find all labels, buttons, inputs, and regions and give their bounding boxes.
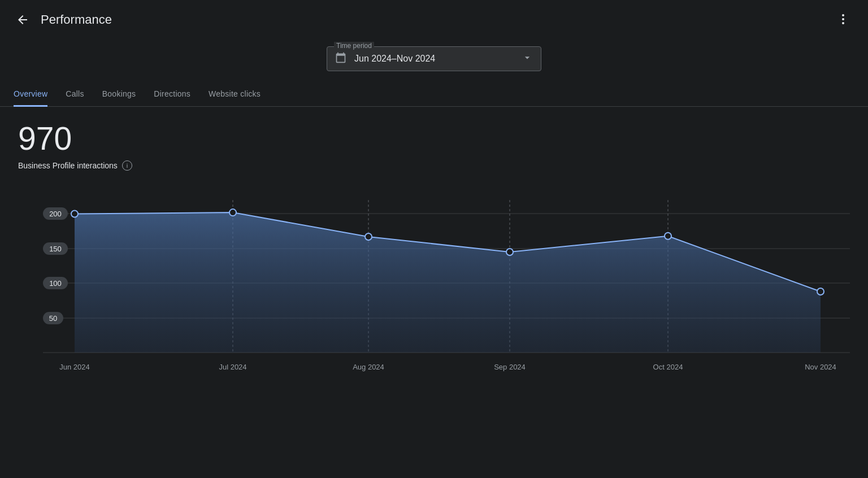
x-axis-labels: Jun 2024 Jul 2024 Aug 2024 Sep 2024 Oct … xyxy=(59,363,836,371)
data-point-sep xyxy=(506,249,513,255)
metric-label-row: Business Profile interactions i xyxy=(18,160,850,171)
svg-text:Aug 2024: Aug 2024 xyxy=(353,363,384,371)
metric-value: 970 xyxy=(18,123,850,155)
svg-point-2 xyxy=(842,22,844,24)
chart-area xyxy=(75,212,821,353)
tab-overview[interactable]: Overview xyxy=(14,82,47,107)
time-period-label: Time period xyxy=(334,42,374,50)
main-content: 970 Business Profile interactions i xyxy=(0,107,868,390)
svg-text:Jun 2024: Jun 2024 xyxy=(59,363,90,371)
tab-bookings[interactable]: Bookings xyxy=(102,82,136,107)
svg-point-1 xyxy=(842,18,844,20)
calendar-icon xyxy=(335,52,346,66)
data-point-nov xyxy=(817,288,824,295)
chart-container: 200 150 100 50 xyxy=(18,189,850,381)
tab-directions[interactable]: Directions xyxy=(154,82,190,107)
dropdown-arrow-icon xyxy=(522,52,533,66)
svg-text:Sep 2024: Sep 2024 xyxy=(494,363,526,371)
svg-point-0 xyxy=(842,14,844,16)
tab-website-clicks[interactable]: Website clicks xyxy=(209,82,261,107)
header-left: Performance xyxy=(14,11,112,29)
page-title: Performance xyxy=(41,12,112,27)
more-options-button[interactable] xyxy=(832,8,854,32)
back-button[interactable] xyxy=(14,11,32,29)
svg-text:100: 100 xyxy=(49,279,62,288)
svg-text:200: 200 xyxy=(49,210,62,218)
svg-text:150: 150 xyxy=(49,245,62,253)
y-axis-labels: 200 150 100 50 xyxy=(43,207,68,324)
data-point-oct xyxy=(665,233,671,240)
svg-text:Jul 2024: Jul 2024 xyxy=(219,363,246,371)
data-point-jun xyxy=(71,211,78,218)
header: Performance xyxy=(0,0,868,40)
svg-text:50: 50 xyxy=(49,314,57,323)
data-point-aug xyxy=(365,233,372,240)
tabs-bar: Overview Calls Bookings Directions Websi… xyxy=(0,82,868,107)
time-period-value: Jun 2024–Nov 2024 xyxy=(354,54,514,64)
time-period-container: Time period Jun 2024–Nov 2024 xyxy=(0,40,868,82)
info-icon[interactable]: i xyxy=(122,160,132,171)
metric-label-text: Business Profile interactions xyxy=(18,161,118,170)
time-period-dropdown[interactable]: Time period Jun 2024–Nov 2024 xyxy=(327,46,541,71)
svg-text:Oct 2024: Oct 2024 xyxy=(653,363,683,371)
tab-calls[interactable]: Calls xyxy=(66,82,84,107)
data-point-jul xyxy=(229,209,236,216)
svg-text:Nov 2024: Nov 2024 xyxy=(805,363,836,371)
performance-chart: 200 150 100 50 xyxy=(18,189,850,381)
